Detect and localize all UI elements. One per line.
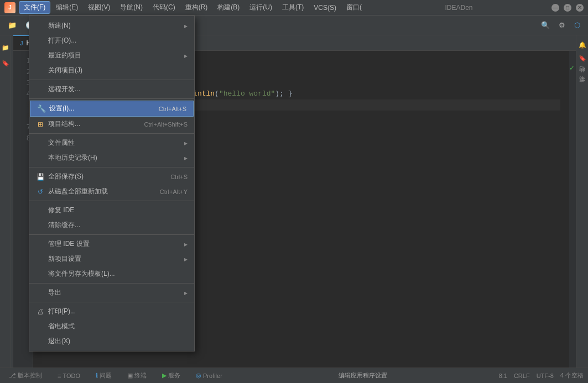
vcs-tool-button[interactable]: ⎇ 版本控制 bbox=[4, 370, 46, 381]
stop-button[interactable]: ■ bbox=[147, 19, 158, 31]
todo-tool-button[interactable]: ≡ TODO bbox=[53, 371, 85, 380]
editor-tab-helloworld[interactable]: J HelloWorld bbox=[13, 35, 66, 50]
todo-icon: ≡ bbox=[58, 372, 61, 379]
services-label: 服务 bbox=[168, 371, 180, 380]
code-line-3 bbox=[42, 77, 560, 88]
code-line-7 bbox=[42, 122, 560, 133]
code-line-5 bbox=[42, 99, 560, 111]
problems-icon: ℹ bbox=[96, 372, 98, 379]
toolbar-sep-1 bbox=[42, 20, 43, 31]
left-sidebar-icons: 📁 🔖 bbox=[0, 35, 11, 368]
app-icon: J bbox=[4, 2, 15, 13]
code-line-8 bbox=[42, 133, 560, 144]
line-num-5: 5 bbox=[15, 99, 30, 111]
gutter-checkmark: ✓ bbox=[569, 64, 575, 72]
menu-build[interactable]: 构建(B) bbox=[213, 2, 244, 13]
status-bar-right: 8:1 CRLF UTF-8 4 个空格 bbox=[499, 371, 584, 380]
vcs-label: 版本控制 bbox=[18, 371, 42, 380]
main-layout: 📁 🔖 J HelloWorld 1 2 3 4 5 6 7 8 bbox=[0, 35, 588, 368]
encoding-label: UTF-8 bbox=[537, 372, 554, 379]
folder-open-button[interactable]: 📁 bbox=[4, 19, 20, 31]
status-bar-left: ⎇ 版本控制 ≡ TODO ℹ 问题 ▣ 终端 ▶ 服务 ◎ Profiler bbox=[4, 370, 227, 381]
menu-code[interactable]: 代码(C) bbox=[148, 2, 180, 13]
terminal-label: 终端 bbox=[134, 371, 147, 380]
line-numbers: 1 2 3 4 5 6 7 8 bbox=[13, 51, 33, 368]
title-bar-controls: — □ ✕ bbox=[551, 4, 584, 12]
terminal-icon: ▣ bbox=[127, 372, 133, 379]
profiler-icon: ◎ bbox=[196, 372, 201, 379]
line-num-2: 2 bbox=[15, 66, 30, 77]
encoding[interactable]: UTF-8 bbox=[537, 372, 554, 379]
editor-area: J HelloWorld 1 2 3 4 5 6 7 8 ( bbox=[13, 35, 576, 368]
run-config-dropdown-icon: ▾ bbox=[71, 22, 75, 29]
recent-files-button[interactable]: 🕐 bbox=[22, 19, 38, 31]
code-line-2 bbox=[42, 66, 560, 77]
debug-button[interactable]: 🐛 bbox=[98, 18, 113, 33]
run-coverage-button[interactable]: ▶̈ bbox=[115, 18, 129, 33]
indent-label: 4 个空格 bbox=[560, 371, 584, 380]
run-configuration[interactable]: World ▾ bbox=[47, 20, 80, 31]
code-line-6 bbox=[42, 111, 560, 122]
menu-vcs[interactable]: VCS(S) bbox=[309, 3, 341, 13]
services-tool-button[interactable]: ▶ 服务 bbox=[158, 370, 185, 381]
tab-label: HelloWorld bbox=[27, 39, 59, 47]
status-bar: ⎇ 版本控制 ≡ TODO ℹ 问题 ▣ 终端 ▶ 服务 ◎ Profiler … bbox=[0, 368, 588, 383]
profiler-tool-button[interactable]: ◎ Profiler bbox=[191, 371, 227, 380]
close-button[interactable]: ✕ bbox=[576, 4, 584, 12]
profiler-label: Profiler bbox=[203, 372, 222, 379]
menu-tools[interactable]: 工具(T) bbox=[278, 2, 308, 13]
menu-edit[interactable]: 编辑(E) bbox=[51, 2, 82, 13]
line-num-1: 1 bbox=[15, 55, 30, 66]
run-button[interactable]: ▶ bbox=[82, 18, 96, 33]
run-config-label: World bbox=[52, 22, 69, 29]
line-num-8: 8 bbox=[15, 133, 30, 144]
settings-button[interactable]: ⚙ bbox=[555, 19, 569, 31]
terminal-tool-button[interactable]: ▣ 终端 bbox=[123, 370, 151, 381]
services-icon: ▶ bbox=[162, 372, 166, 379]
editor-tabs: J HelloWorld bbox=[13, 35, 576, 51]
code-line-1 bbox=[42, 55, 560, 66]
cursor-pos-label: 8:1 bbox=[499, 372, 507, 379]
maximize-button[interactable]: □ bbox=[564, 4, 571, 12]
menu-refactor[interactable]: 重构(R) bbox=[181, 2, 212, 13]
search-everywhere-button[interactable]: 🔍 bbox=[538, 19, 553, 31]
tab-file-icon: J bbox=[20, 40, 23, 46]
menu-navigate[interactable]: 导航(N) bbox=[116, 2, 147, 13]
code-line-4: (String[] args) { System.out.println("he… bbox=[42, 88, 560, 99]
line-num-7: 7 bbox=[15, 122, 30, 133]
title-bar-left: J 文件(F) 编辑(E) 视图(V) 导航(N) 代码(C) 重构(R) 构建… bbox=[4, 1, 366, 14]
right-tab-structure[interactable]: 结构 bbox=[576, 75, 588, 80]
minimize-button[interactable]: — bbox=[551, 4, 559, 12]
app-status-text: 编辑应用程序设置 bbox=[339, 371, 387, 380]
editor-right-gutter: ✓ bbox=[569, 51, 576, 368]
indent[interactable]: 4 个空格 bbox=[560, 371, 584, 380]
line-ending-label: CRLF bbox=[514, 372, 530, 379]
line-ending[interactable]: CRLF bbox=[514, 372, 530, 379]
notifications-icon[interactable]: 🔔 bbox=[577, 40, 587, 50]
vcs-icon: ⎇ bbox=[9, 372, 16, 379]
line-num-3: 3 bbox=[15, 77, 30, 88]
editor-content: 1 2 3 4 5 6 7 8 (String[] args) { System… bbox=[13, 51, 576, 368]
code-editor[interactable]: (String[] args) { System.out.println("he… bbox=[33, 51, 569, 368]
cursor-position[interactable]: 8:1 bbox=[499, 372, 507, 379]
menu-view[interactable]: 视图(V) bbox=[84, 2, 115, 13]
title-bar: J 文件(F) 编辑(E) 视图(V) 导航(N) 代码(C) 重构(R) 构建… bbox=[0, 0, 588, 15]
line-num-6: 6 bbox=[15, 111, 30, 122]
problems-tool-button[interactable]: ℹ 问题 bbox=[91, 370, 116, 381]
menu-file[interactable]: 文件(F) bbox=[19, 1, 50, 14]
right-sidebar: 🔔 🔖 结构 书签 bbox=[576, 35, 588, 368]
refresh-button[interactable]: ↻ bbox=[132, 19, 144, 31]
right-tab-git[interactable]: 书签 bbox=[576, 85, 588, 90]
app-title: IDEADen bbox=[445, 4, 472, 12]
menu-window[interactable]: 窗口( bbox=[342, 2, 366, 13]
line-num-4: 4 bbox=[15, 88, 30, 99]
menu-run[interactable]: 运行(U) bbox=[245, 2, 277, 13]
toolbar: 📁 🕐 World ▾ ▶ 🐛 ▶̈ ↻ ■ 🔍 ⚙ ⬡ bbox=[0, 15, 588, 35]
plugin-button[interactable]: ⬡ bbox=[571, 19, 584, 31]
bookmarks-icon[interactable]: 🔖 bbox=[577, 53, 587, 63]
problems-label: 问题 bbox=[100, 371, 112, 380]
todo-label: TODO bbox=[63, 372, 80, 379]
